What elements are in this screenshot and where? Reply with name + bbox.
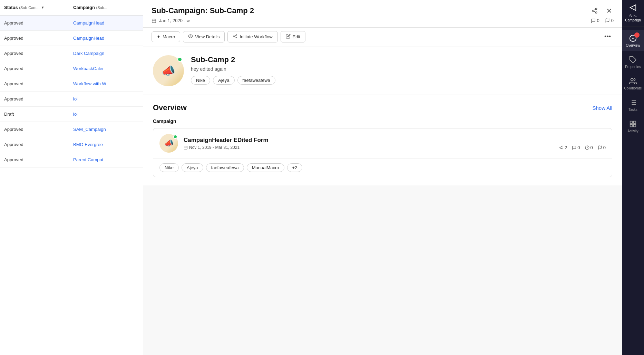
card-tag-faefaweafewa: faefaweafewa [206, 163, 244, 172]
status-cell: Approved [0, 31, 69, 46]
date-range-text: Jan 1, 2020 - ∞ [159, 18, 190, 23]
card-tag-manualmacro: ManualMacro [247, 163, 284, 172]
svg-point-13 [233, 36, 234, 37]
status-column-header[interactable]: Status (Sub-Cam... ▼ [0, 0, 69, 15]
table-row[interactable]: Approved CampaignHead [0, 16, 143, 31]
campaign-megaphone-icon: 📣 [162, 64, 175, 77]
card-tag-ajeya: Ajeya [182, 163, 203, 172]
svg-rect-34 [630, 121, 632, 123]
status-cell: Approved [0, 122, 69, 137]
tasks-icon-wrap [629, 99, 637, 106]
svg-line-4 [594, 9, 595, 10]
table-row[interactable]: Approved ioi [0, 92, 143, 107]
status-cell: Approved [0, 61, 69, 76]
campaign-cell[interactable]: CampaignHead [69, 31, 143, 46]
show-all-button[interactable]: Show All [592, 105, 612, 111]
tag-nike: Nike [191, 76, 210, 85]
edit-button[interactable]: Edit [281, 31, 305, 42]
table-row[interactable]: Approved Dark Campaign [0, 46, 143, 61]
campaign-cell[interactable]: Dark Campaign [69, 46, 143, 61]
stat-comments-count: 0 [577, 145, 580, 150]
campaign-info: Sub-Camp 2 hey edited again Nike Ajeya f… [191, 55, 612, 85]
properties-icon-wrap [629, 56, 637, 64]
initiate-workflow-button[interactable]: Initiate Workflow [227, 31, 277, 42]
main-panel: Sub-Campaign: Sub-Camp 2 Jan 1, 2020 - ∞… [143, 0, 622, 355]
campaign-cell[interactable]: ioi [69, 107, 143, 122]
table-row[interactable]: Approved CampaignHead [0, 31, 143, 46]
svg-rect-36 [630, 125, 632, 127]
sidebar-item-properties[interactable]: Properties [622, 51, 644, 73]
more-options-button[interactable]: ••• [602, 32, 614, 42]
svg-line-17 [234, 36, 236, 38]
campaign-cell[interactable]: SAM_Campaign [69, 122, 143, 137]
overview-badge: ! [634, 32, 640, 38]
campaign-cell[interactable]: Parent Campai [69, 152, 143, 167]
campaign-column-label: Campaign (Sub... [73, 5, 107, 10]
sidebar-item-activity[interactable]: Activity [622, 115, 644, 137]
header-icons [590, 6, 614, 15]
campaign-tags: Nike Ajeya faefaweafewa [191, 76, 612, 85]
detail-toolbar: ✦ Macro View Details Initiate Workflow E… [143, 28, 622, 47]
campaign-card: 📣 CampaignHeader EDited Form Nov 1, 2019… [153, 128, 612, 177]
flags-count: 0 [611, 18, 614, 23]
macro-button[interactable]: ✦ Macro [152, 31, 180, 42]
card-stat-flags: 0 [598, 145, 606, 150]
campaign-avatar: 📣 [153, 55, 184, 86]
sidebar-item-tasks-label: Tasks [628, 108, 637, 112]
status-cell: Approved [0, 46, 69, 61]
overview-header: Overview Show All [153, 103, 612, 112]
svg-point-15 [236, 37, 237, 38]
status-cell: Approved [0, 76, 69, 91]
card-stats: 2 0 0 0 [559, 145, 606, 150]
overview-icon-wrap: ! [629, 35, 637, 42]
stat-flags-count: 0 [603, 145, 606, 150]
table-row[interactable]: Draft ioi [0, 107, 143, 122]
status-sort-icon: ▼ [41, 6, 45, 9]
detail-title-row: Sub-Campaign: Sub-Camp 2 [152, 0, 614, 15]
campaign-hero: 📣 Sub-Camp 2 hey edited again Nike Ajeya… [143, 47, 622, 95]
close-button[interactable] [605, 6, 614, 15]
view-details-label: View Details [195, 34, 219, 39]
detail-header: Sub-Campaign: Sub-Camp 2 Jan 1, 2020 - ∞… [143, 0, 622, 28]
card-info: CampaignHeader EDited Form Nov 1, 2019 -… [184, 137, 606, 150]
table-row[interactable]: Approved WorkbackCaler [0, 61, 143, 76]
card-date-text: Nov 1, 2019 - Mar 31, 2021 [189, 145, 240, 150]
campaign-cell[interactable]: CampaignHead [69, 16, 143, 30]
page-title: Sub-Campaign: Sub-Camp 2 [152, 6, 254, 15]
svg-rect-18 [184, 146, 187, 149]
view-details-button[interactable]: View Details [183, 31, 225, 42]
campaign-description: hey edited again [191, 66, 612, 72]
svg-point-27 [631, 78, 633, 81]
sidebar-item-overview[interactable]: ! Overview [622, 30, 644, 51]
flags-badge: 0 [605, 18, 614, 23]
card-tag-plus: +2 [287, 163, 303, 172]
campaign-cell[interactable]: BMO Evergree [69, 137, 143, 152]
table-row[interactable]: Approved BMO Evergree [0, 137, 143, 152]
table-row[interactable]: Approved Parent Campai [0, 152, 143, 167]
sidebar-item-collaborate-label: Collaborate [624, 86, 642, 90]
card-name: CampaignHeader EDited Form [184, 137, 606, 144]
campaign-card-tags: Nike Ajeya faefaweafewa ManualMacro +2 [153, 159, 612, 177]
svg-line-16 [234, 35, 236, 37]
sidebar-top-icon [629, 4, 637, 13]
right-sidebar: Sub-Campaign ! Overview Properties Colla… [622, 0, 644, 355]
table-row[interactable]: Approved Workflow with W [0, 76, 143, 92]
sidebar-item-tasks[interactable]: Tasks [622, 94, 644, 115]
sidebar-item-collaborate[interactable]: Collaborate [622, 73, 644, 94]
collaborate-icon-wrap [629, 77, 637, 85]
campaign-cell[interactable]: Workflow with W [69, 76, 143, 91]
edit-icon [286, 34, 291, 40]
status-cell: Approved [0, 16, 69, 30]
campaign-name: Sub-Camp 2 [191, 55, 612, 64]
table-row[interactable]: Approved SAM_Campaign [0, 122, 143, 137]
campaign-cell[interactable]: ioi [69, 92, 143, 106]
sidebar-top[interactable]: Sub-Campaign [622, 0, 644, 27]
overview-section: Overview Show All Campaign 📣 CampaignHea… [143, 95, 622, 185]
campaign-card-header: 📣 CampaignHeader EDited Form Nov 1, 2019… [153, 128, 612, 159]
campaign-cell[interactable]: WorkbackCaler [69, 61, 143, 76]
campaign-column-header[interactable]: Campaign (Sub... [69, 0, 143, 15]
detail-date-range: Jan 1, 2020 - ∞ [152, 18, 190, 23]
share-button[interactable] [590, 6, 599, 15]
sidebar-top-label: Sub-Campaign [625, 14, 641, 22]
card-stat-megaphone: 2 [559, 145, 567, 150]
